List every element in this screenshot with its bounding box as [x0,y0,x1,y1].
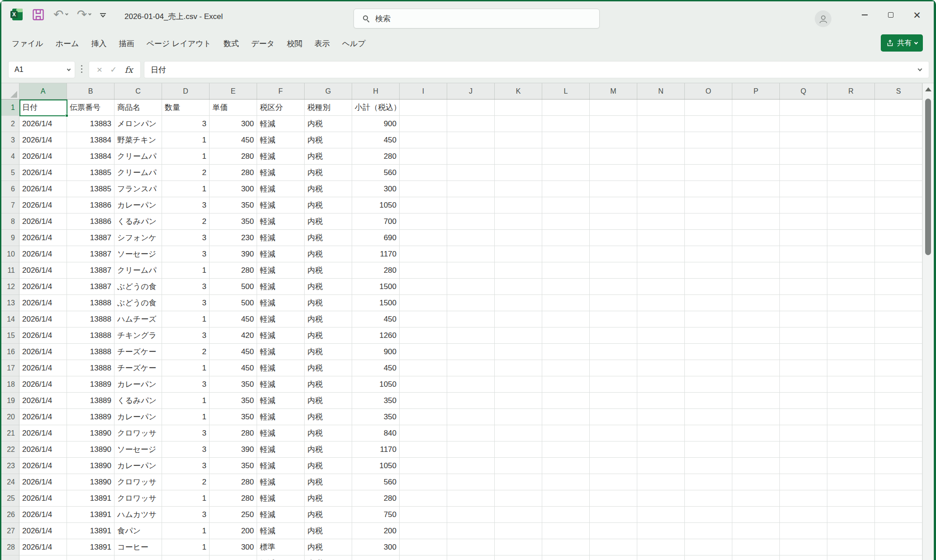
cell-H8[interactable]: 700 [352,214,400,230]
cell-H25[interactable]: 280 [352,490,400,507]
cell-K11[interactable] [495,262,542,279]
cell-Q3[interactable] [780,132,827,148]
cell-B10[interactable]: 13887 [67,246,115,262]
cell-B21[interactable]: 13890 [67,425,115,441]
cell-O29[interactable] [685,555,732,560]
cell-A22[interactable]: 2026/1/4 [19,441,67,458]
cell-C4[interactable]: クリームパ [115,148,162,165]
column-header-P[interactable]: P [732,83,780,99]
cell-S21[interactable] [875,425,922,441]
cell-K24[interactable] [495,474,542,490]
cell-A16[interactable]: 2026/1/4 [19,344,67,360]
column-header-N[interactable]: N [637,83,685,99]
enter-icon[interactable]: ✓ [110,65,117,75]
cell-R8[interactable] [827,214,875,230]
cell-O21[interactable] [685,425,732,441]
cell-L20[interactable] [542,409,590,425]
cell-C13[interactable]: ぶどうの食 [115,295,162,311]
cell-H7[interactable]: 1050 [352,197,400,214]
column-header-B[interactable]: B [67,83,115,99]
cell-J28[interactable] [447,539,495,555]
cell-K12[interactable] [495,279,542,295]
cell-O2[interactable] [685,116,732,132]
cell-K14[interactable] [495,311,542,327]
cell-G11[interactable]: 内税 [305,262,352,279]
cell-J3[interactable] [447,132,495,148]
cell-M19[interactable] [590,393,637,409]
cell-D20[interactable]: 1 [162,409,210,425]
cell-J27[interactable] [447,523,495,539]
cell-C15[interactable]: チキングラ [115,327,162,344]
cell-L6[interactable] [542,181,590,197]
cell-L8[interactable] [542,214,590,230]
cell-G1[interactable]: 税種別 [305,100,352,116]
expand-formula-bar-icon[interactable] [918,67,922,71]
cell-F10[interactable]: 軽減 [257,246,305,262]
cell-N24[interactable] [637,474,685,490]
cell-C1[interactable]: 商品名 [115,100,162,116]
cell-N27[interactable] [637,523,685,539]
cell-N2[interactable] [637,116,685,132]
cell-K18[interactable] [495,376,542,393]
cell-J1[interactable] [447,100,495,116]
cell-P28[interactable] [732,539,780,555]
cell-O20[interactable] [685,409,732,425]
cell-K8[interactable] [495,214,542,230]
cell-N20[interactable] [637,409,685,425]
cell-R28[interactable] [827,539,875,555]
cell-H16[interactable]: 900 [352,344,400,360]
cell-P13[interactable] [732,295,780,311]
cell-A3[interactable]: 2026/1/4 [19,132,67,148]
maximize-button[interactable] [878,1,904,28]
cell-E3[interactable]: 450 [210,132,257,148]
tab-9[interactable]: ヘルプ [342,38,366,49]
share-button[interactable]: 共有 [881,34,923,52]
cell-D3[interactable]: 1 [162,132,210,148]
cell-I1[interactable] [400,100,447,116]
cell-F23[interactable]: 軽減 [257,458,305,474]
cell-P29[interactable] [732,555,780,560]
cell-B12[interactable]: 13887 [67,279,115,295]
column-header-C[interactable]: C [115,83,162,99]
cell-F14[interactable]: 軽減 [257,311,305,327]
cell-S23[interactable] [875,458,922,474]
cell-E10[interactable]: 390 [210,246,257,262]
cell-O6[interactable] [685,181,732,197]
cell-O13[interactable] [685,295,732,311]
cell-H1[interactable]: 小計（税込） [352,100,400,116]
cell-C2[interactable]: メロンパン [115,116,162,132]
cell-C10[interactable]: ソーセージ [115,246,162,262]
cell-O7[interactable] [685,197,732,214]
cell-E18[interactable]: 350 [210,376,257,393]
cell-B6[interactable]: 13885 [67,181,115,197]
cell-D14[interactable]: 1 [162,311,210,327]
cell-E22[interactable]: 390 [210,441,257,458]
cell-P27[interactable] [732,523,780,539]
cell-L21[interactable] [542,425,590,441]
cell-A23[interactable]: 2026/1/4 [19,458,67,474]
tab-6[interactable]: データ [251,38,275,49]
cell-C19[interactable]: くるみパン [115,393,162,409]
cell-Q16[interactable] [780,344,827,360]
row-header-14[interactable]: 14 [0,311,19,327]
cell-G26[interactable]: 内税 [305,507,352,523]
cell-J22[interactable] [447,441,495,458]
cell-L4[interactable] [542,148,590,165]
cell-E11[interactable]: 280 [210,262,257,279]
cell-R18[interactable] [827,376,875,393]
column-header-O[interactable]: O [685,83,732,99]
cell-Q13[interactable] [780,295,827,311]
cell-J15[interactable] [447,327,495,344]
cell-K20[interactable] [495,409,542,425]
undo-button[interactable]: ↶ [53,8,68,21]
cell-O16[interactable] [685,344,732,360]
cell-D18[interactable]: 3 [162,376,210,393]
cell-P3[interactable] [732,132,780,148]
cell-N14[interactable] [637,311,685,327]
cell-J24[interactable] [447,474,495,490]
cell-S3[interactable] [875,132,922,148]
cell-J23[interactable] [447,458,495,474]
cell-L14[interactable] [542,311,590,327]
cell-M10[interactable] [590,246,637,262]
cell-B22[interactable]: 13890 [67,441,115,458]
